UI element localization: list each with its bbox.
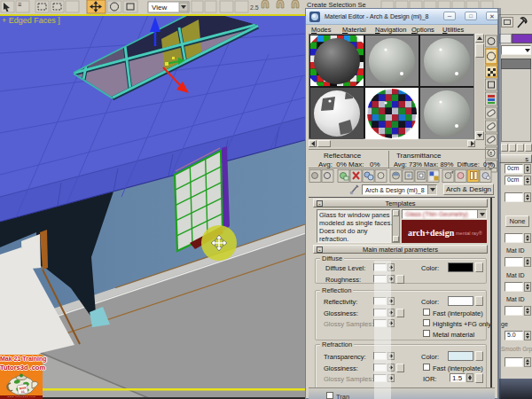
svg-text:View: View [152, 4, 167, 12]
svg-text:+ Edged Faces ]: + Edged Faces ] [2, 16, 60, 25]
svg-text:21: 21 [21, 390, 25, 395]
svg-text:☰: ☰ [18, 2, 22, 7]
svg-text:2.5: 2.5 [250, 4, 259, 11]
